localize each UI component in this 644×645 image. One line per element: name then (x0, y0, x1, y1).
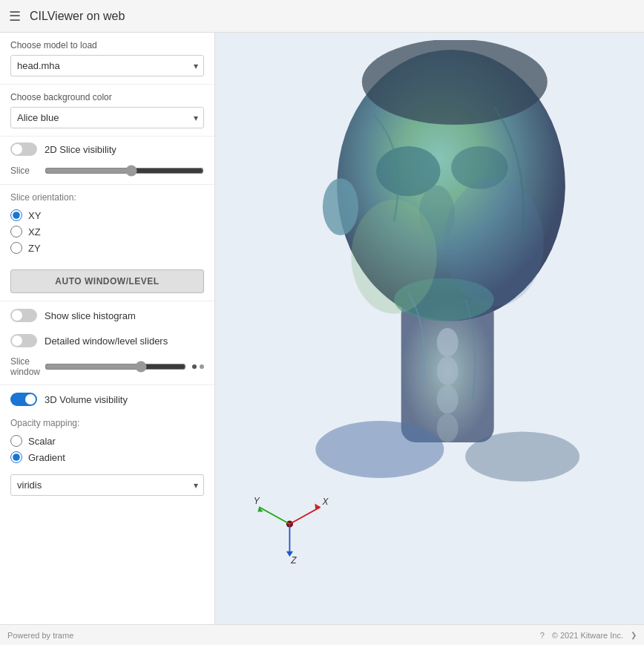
opacity-scalar-label: Scalar (28, 436, 56, 447)
render-area: X Y Z (215, 33, 644, 624)
svg-text:X: X (321, 497, 329, 507)
model-dropdown-wrapper: head.mha data1.mha data2.mha ▾ (10, 55, 204, 76)
bgcolor-dropdown-wrapper: Alice blue White Black Grey ▾ (10, 107, 204, 128)
slice-label: Slice (10, 166, 39, 176)
histogram-slider (10, 309, 37, 322)
orientation-xz-row[interactable]: XZ (10, 223, 204, 240)
dot-2 (200, 364, 204, 369)
divider-1 (0, 184, 214, 185)
orientation-xy-radio[interactable] (10, 209, 22, 221)
opacity-gradient-row[interactable]: Gradient (10, 449, 204, 465)
slice-window-dots (192, 364, 204, 369)
svg-point-16 (465, 432, 579, 482)
divider-3 (0, 384, 214, 385)
svg-line-20 (259, 507, 289, 524)
slice-visibility-slider (10, 143, 37, 156)
bgcolor-select[interactable]: Alice blue White Black Grey (10, 107, 204, 128)
slice-slider[interactable] (45, 165, 204, 177)
status-bar: Powered by trame ? © 2021 Kitware Inc. ❯ (0, 624, 644, 645)
slice-slider-row: Slice (0, 162, 214, 183)
volume-visibility-label: 3D Volume visibility (45, 394, 128, 405)
orientation-xz-radio[interactable] (10, 226, 22, 238)
orientation-xz-label: XZ (28, 226, 41, 238)
menu-icon[interactable]: ☰ (9, 8, 21, 24)
bgcolor-section: Choose background color Alice blue White… (0, 85, 214, 137)
title-bar: ☰ CILViewer on web (0, 0, 644, 33)
colormap-select[interactable]: viridis plasma inferno magma jet (10, 474, 204, 496)
svg-point-12 (444, 178, 544, 307)
orientation-xy-row[interactable]: XY (10, 207, 204, 223)
copyright: © 2021 Kitware Inc. (552, 631, 623, 640)
viewport[interactable]: X Y Z (215, 33, 644, 624)
detailed-wl-label: Detailed window/level sliders (45, 335, 168, 347)
svg-point-7 (437, 328, 459, 356)
volume-visibility-slider (10, 393, 37, 406)
colormap-section: viridis plasma inferno magma jet ▾ (0, 468, 214, 506)
svg-text:Z: Z (290, 555, 297, 565)
app-title: CILViewer on web (30, 10, 125, 23)
left-panel-scroll[interactable]: Choose model to load head.mha data1.mha … (0, 33, 214, 624)
svg-point-10 (437, 413, 459, 442)
slice-visibility-label: 2D Slice visibility (45, 144, 116, 155)
svg-point-13 (323, 178, 358, 235)
opacity-gradient-radio[interactable] (10, 451, 22, 463)
orientation-xy-label: XY (28, 210, 41, 221)
colormap-dropdown-wrapper: viridis plasma inferno magma jet ▾ (10, 474, 204, 496)
scroll-icon: ❯ (631, 631, 637, 639)
3d-render (266, 40, 637, 545)
slice-window-row: Slice window (0, 353, 214, 383)
detailed-wl-toggle[interactable] (10, 334, 37, 347)
orientation-zy-label: ZY (28, 243, 41, 254)
svg-point-14 (362, 40, 548, 125)
slice-window-label: Slice window (10, 356, 39, 377)
orientation-label: Slice orientation: (10, 192, 204, 203)
slice-window-slider[interactable] (45, 361, 186, 373)
histogram-row: Show slice histogram (0, 303, 214, 328)
orientation-section: Slice orientation: XY XZ ZY (0, 186, 214, 263)
volume-visibility-row: 3D Volume visibility (0, 387, 214, 412)
orientation-zy-radio[interactable] (10, 242, 22, 254)
orientation-zy-row[interactable]: ZY (10, 240, 204, 256)
opacity-gradient-label: Gradient (28, 452, 65, 463)
svg-text:Y: Y (254, 496, 260, 506)
opacity-scalar-row[interactable]: Scalar (10, 433, 204, 449)
slice-visibility-toggle[interactable] (10, 143, 37, 156)
opacity-label: Opacity mapping: (10, 418, 204, 428)
volume-visibility-toggle[interactable] (10, 393, 37, 406)
histogram-toggle[interactable] (10, 309, 37, 322)
model-select[interactable]: head.mha data1.mha data2.mha (10, 55, 204, 76)
svg-point-9 (437, 385, 459, 413)
powered-by: Powered by trame (7, 631, 73, 640)
main-layout: Choose model to load head.mha data1.mha … (0, 33, 644, 624)
divider-2 (0, 301, 214, 301)
slice-visibility-row: 2D Slice visibility (0, 137, 214, 162)
left-panel: Choose model to load head.mha data1.mha … (0, 33, 215, 624)
bgcolor-label: Choose background color (10, 92, 204, 102)
svg-point-8 (437, 357, 459, 385)
axes-widget: X Y Z (252, 483, 334, 565)
help-icon[interactable]: ? (540, 631, 545, 640)
auto-wl-button[interactable]: AUTO WINDOW/LEVEL (10, 269, 204, 293)
detailed-wl-row: Detailed window/level sliders (0, 328, 214, 353)
detailed-wl-slider (10, 334, 37, 347)
histogram-label: Show slice histogram (45, 310, 136, 321)
opacity-section: Opacity mapping: Scalar Gradient (0, 412, 214, 468)
svg-point-15 (315, 421, 444, 478)
model-label: Choose model to load (10, 40, 204, 50)
model-section: Choose model to load head.mha data1.mha … (0, 33, 214, 85)
dot-1 (192, 364, 197, 369)
opacity-scalar-radio[interactable] (10, 435, 22, 447)
